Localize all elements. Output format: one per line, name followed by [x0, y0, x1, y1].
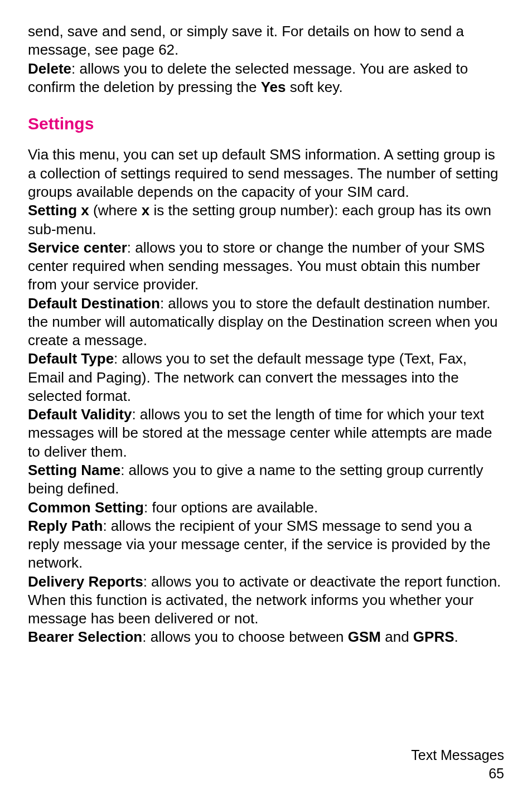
paragraph-default-validity: Default Validity: allows you to set the … — [28, 405, 504, 461]
paragraph-bearer-selection: Bearer Selection: allows you to choose b… — [28, 628, 504, 646]
paragraph-setting-name: Setting Name: allows you to give a name … — [28, 461, 504, 498]
text: and — [381, 628, 413, 645]
text: : allows you to choose between — [142, 628, 348, 645]
paragraph-intro-continuation: send, save and send, or simply save it. … — [28, 22, 504, 60]
paragraph-reply-path: Reply Path: allows the recipient of your… — [28, 517, 504, 573]
label-delete: Delete — [28, 60, 71, 77]
label-setting-x: Setting x — [28, 202, 89, 219]
label-default-validity: Default Validity — [28, 406, 132, 423]
text: . — [454, 628, 458, 645]
label-gprs: GPRS — [413, 628, 454, 645]
label-bearer-selection: Bearer Selection — [28, 628, 142, 645]
label-yes: Yes — [261, 79, 286, 95]
label-service-center: Service center — [28, 239, 127, 256]
text: Via this menu, you can set up default SM… — [28, 146, 499, 200]
document-page: send, save and send, or simply save it. … — [0, 0, 532, 799]
label-gsm: GSM — [348, 628, 381, 645]
paragraph-settings-intro: Via this menu, you can set up default SM… — [28, 146, 504, 201]
paragraph-delivery-reports: Delivery Reports: allows you to activate… — [28, 573, 504, 628]
paragraph-service-center: Service center: allows you to store or c… — [28, 239, 504, 294]
label-delivery-reports: Delivery Reports — [28, 573, 143, 590]
label-default-type: Default Type — [28, 350, 114, 367]
footer-section-name: Text Messages — [411, 746, 504, 764]
text: : four options are available. — [144, 499, 318, 516]
page-footer: Text Messages 65 — [411, 746, 504, 782]
text: send, save and send, or simply save it. … — [28, 23, 464, 58]
label-reply-path: Reply Path — [28, 517, 103, 534]
footer-page-number: 65 — [411, 764, 504, 783]
paragraph-delete: Delete: allows you to delete the selecte… — [28, 60, 504, 97]
text: : allows you to delete the selected mess… — [28, 60, 468, 95]
text: (where — [89, 202, 142, 219]
label-default-destination: Default Destination — [28, 295, 160, 312]
text: soft key. — [286, 79, 343, 95]
label-common-setting: Common Setting — [28, 499, 144, 516]
paragraph-common-setting: Common Setting: four options are availab… — [28, 498, 504, 517]
heading-settings: Settings — [28, 113, 504, 134]
paragraph-setting-x: Setting x (where x is the setting group … — [28, 201, 504, 239]
label-x: x — [142, 202, 149, 219]
paragraph-default-destination: Default Destination: allows you to store… — [28, 294, 504, 350]
paragraph-default-type: Default Type: allows you to set the defa… — [28, 350, 504, 405]
label-setting-name: Setting Name — [28, 462, 120, 478]
